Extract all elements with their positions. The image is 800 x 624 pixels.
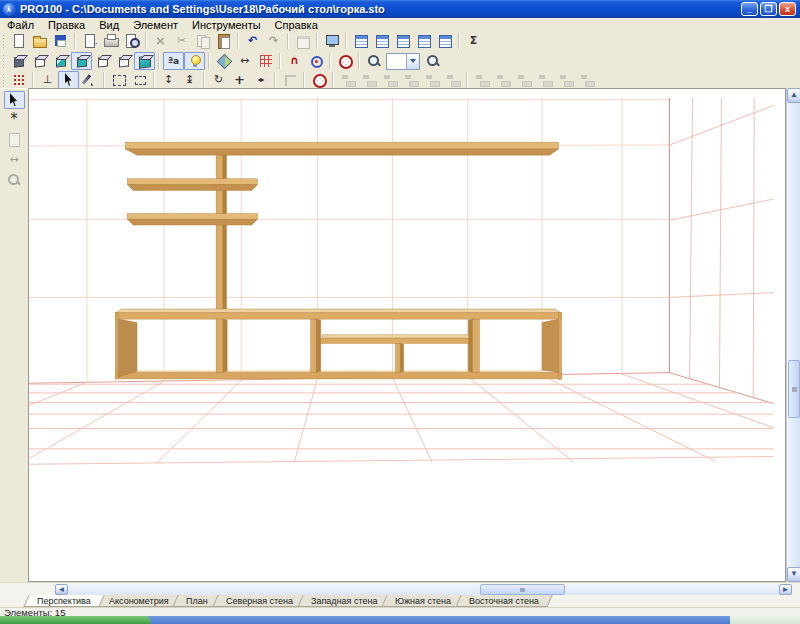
tab-Южная стена[interactable]: Южная стена: [382, 595, 465, 607]
viewport-3d-scene[interactable]: [28, 88, 786, 582]
distribute-vertical-button[interactable]: [492, 71, 513, 89]
sheet-mode-button[interactable]: [4, 131, 25, 149]
scroll-up-button[interactable]: ▲: [787, 88, 800, 103]
new-file-button[interactable]: [8, 32, 29, 50]
select-pointer-button[interactable]: [4, 91, 25, 109]
anchor-button[interactable]: ⊥: [37, 71, 58, 89]
group-icon: [282, 72, 298, 88]
rotate-wheel-alt-button[interactable]: [308, 71, 329, 89]
close-button[interactable]: x: [779, 2, 796, 16]
light-button[interactable]: [184, 52, 205, 70]
align-bottom-button[interactable]: [400, 71, 421, 89]
tab-Северная стена[interactable]: Северная стена: [212, 595, 306, 607]
snap-magnet-button[interactable]: ∩: [284, 52, 305, 70]
menu-item-5[interactable]: Справка: [268, 19, 325, 31]
mirror-button[interactable]: ◂▸: [250, 71, 271, 89]
report-prices-button[interactable]: [350, 32, 371, 50]
view-wireframe-button[interactable]: [8, 52, 29, 70]
properties-button[interactable]: [292, 32, 313, 50]
align-back-button[interactable]: [442, 71, 463, 89]
print-preview-button[interactable]: [121, 32, 142, 50]
draw-tool-button[interactable]: [79, 71, 100, 89]
snap-center-button[interactable]: [305, 52, 326, 70]
zoom-combo[interactable]: [386, 53, 420, 70]
report-accessories-button[interactable]: [413, 32, 434, 50]
minimize-button[interactable]: _: [741, 2, 758, 16]
scroll-right-button[interactable]: ►: [779, 584, 792, 595]
align-top-button[interactable]: [379, 71, 400, 89]
scroll-left-button[interactable]: ◄: [55, 584, 68, 595]
start-button-sliver[interactable]: [0, 616, 150, 624]
menu-item-1[interactable]: Правка: [41, 19, 92, 31]
show-grid-button[interactable]: [255, 52, 276, 70]
view-semitransparent-button[interactable]: [113, 52, 134, 70]
view-contours-button[interactable]: [92, 52, 113, 70]
move-up-button[interactable]: ↕: [158, 71, 179, 89]
fit-width-icon: [516, 72, 532, 88]
mirror-icon: ◂▸: [253, 72, 269, 88]
report-elements-button[interactable]: [392, 32, 413, 50]
tab-Перспектива[interactable]: Перспектива: [23, 595, 104, 607]
export-document-button[interactable]: [79, 32, 100, 50]
zoom-window-button[interactable]: [4, 171, 25, 189]
view-textures-button[interactable]: [134, 52, 155, 70]
show-whole-project-button[interactable]: *: [4, 111, 25, 129]
furniture-wall-unit: [115, 142, 561, 379]
view-color-outline-button[interactable]: [50, 52, 71, 70]
distribute-horizontal-button[interactable]: [471, 71, 492, 89]
zoom-out-button[interactable]: [363, 52, 384, 70]
materials-button[interactable]: [213, 52, 234, 70]
select-tool-button[interactable]: [58, 71, 79, 89]
redo-button[interactable]: ↷: [263, 32, 284, 50]
chevron-down-icon[interactable]: [406, 54, 419, 69]
calculation-button[interactable]: Σ: [463, 32, 484, 50]
report-time-button[interactable]: [434, 32, 455, 50]
paste-button[interactable]: [213, 32, 234, 50]
grid-settings-button[interactable]: [8, 71, 29, 89]
align-left-button[interactable]: [337, 71, 358, 89]
show-labels-button[interactable]: ªa: [163, 52, 184, 70]
view-sketch-button[interactable]: [29, 52, 50, 70]
show-projection-button[interactable]: [321, 32, 342, 50]
tab-Восточная стена[interactable]: Восточная стена: [456, 595, 553, 607]
fit-height-button[interactable]: [534, 71, 555, 89]
vertical-scroll-thumb[interactable]: [788, 360, 800, 418]
save-file-button[interactable]: [50, 32, 71, 50]
rotate-button[interactable]: ↻: [208, 71, 229, 89]
select-area-button[interactable]: [108, 71, 129, 89]
select-area-alt-button[interactable]: [129, 71, 150, 89]
align-front-button[interactable]: [421, 71, 442, 89]
print-button[interactable]: [100, 32, 121, 50]
cut-button[interactable]: ✂: [171, 32, 192, 50]
restore-button[interactable]: ❐: [760, 2, 777, 16]
copy-button[interactable]: [192, 32, 213, 50]
rotate-wheel-button[interactable]: [334, 52, 355, 70]
title-bar[interactable]: PRO100 - C:\Documents and Settings\User1…: [0, 0, 800, 18]
align-right-button[interactable]: [358, 71, 379, 89]
tab-Западная стена[interactable]: Западная стена: [297, 595, 391, 607]
vertical-scrollbar[interactable]: ▲ ▼: [786, 88, 800, 582]
zoom-in-button[interactable]: [422, 52, 443, 70]
measure-button[interactable]: ↔: [4, 151, 25, 169]
open-file-button[interactable]: [29, 32, 50, 50]
show-dimensions-button[interactable]: ↔: [234, 52, 255, 70]
menu-item-3[interactable]: Элемент: [126, 19, 185, 31]
horizontal-scroll-thumb[interactable]: [480, 584, 565, 595]
move-button[interactable]: +: [229, 71, 250, 89]
draw-tool-icon: [82, 72, 98, 88]
menu-item-2[interactable]: Вид: [92, 19, 126, 31]
scroll-down-button[interactable]: ▼: [787, 567, 800, 582]
undo-button[interactable]: ↶: [242, 32, 263, 50]
report-cutting-button[interactable]: [371, 32, 392, 50]
tab-Аксонометрия[interactable]: Аксонометрия: [95, 595, 182, 607]
delete-button[interactable]: ×: [150, 32, 171, 50]
menu-item-0[interactable]: Файл: [0, 19, 41, 31]
fit-all-button[interactable]: [576, 71, 597, 89]
group-button[interactable]: [279, 71, 300, 89]
fit-depth-button[interactable]: [555, 71, 576, 89]
menu-item-4[interactable]: Инструменты: [185, 19, 268, 31]
horizontal-scrollbar[interactable]: ◄ ►: [0, 582, 800, 595]
fit-width-button[interactable]: [513, 71, 534, 89]
move-down-button[interactable]: ↨: [179, 71, 200, 89]
view-colors-button[interactable]: [71, 52, 92, 70]
